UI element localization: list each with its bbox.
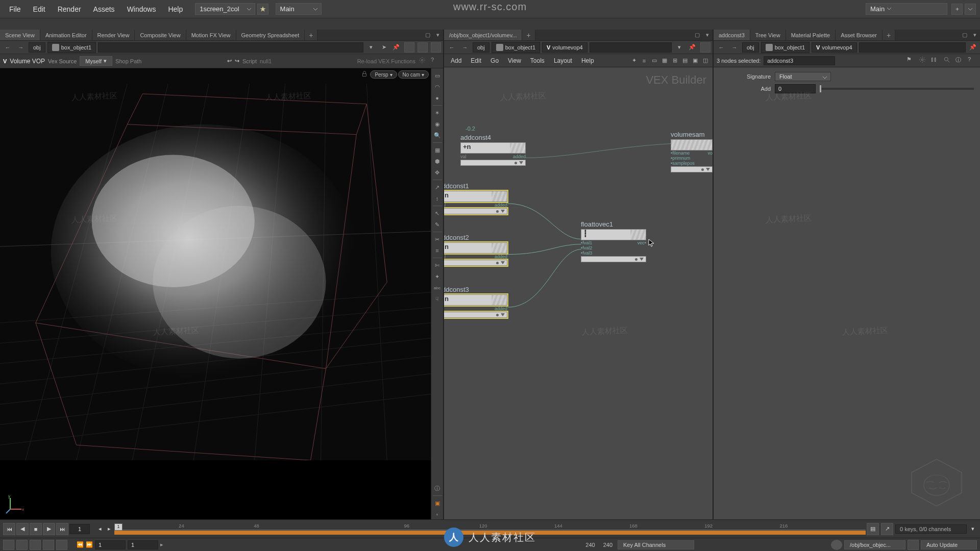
step-prev-icon[interactable]: ⏪: [77, 541, 84, 548]
netmenu-go[interactable]: Go: [486, 56, 503, 66]
path-root-obj[interactable]: obj: [742, 42, 759, 53]
tool-abc-icon[interactable]: abc: [432, 283, 443, 293]
step-next-icon[interactable]: ⏩: [86, 541, 93, 548]
nav-back-icon[interactable]: ←: [2, 42, 13, 53]
stop-button[interactable]: ■: [30, 523, 42, 535]
nav-back-icon[interactable]: ←: [446, 42, 457, 53]
node-addconst4[interactable]: -0.2 addconst4 +n valadded: [460, 134, 526, 166]
op-fwd-icon[interactable]: ↪: [235, 58, 239, 64]
tab-render-view[interactable]: Render View: [92, 30, 135, 40]
tool-magnet-icon[interactable]: ⬢: [432, 156, 443, 166]
tool-scissors-icon[interactable]: ✄: [432, 260, 443, 270]
tool-magnify-icon[interactable]: 🔍: [432, 130, 443, 140]
path-input[interactable]: [98, 42, 363, 53]
tool-draw-icon[interactable]: ✎: [432, 219, 443, 230]
chan-btn-1[interactable]: ▤: [867, 523, 879, 535]
search-icon[interactable]: [943, 56, 952, 65]
list-icon[interactable]: ≡: [639, 56, 649, 66]
pin-icon[interactable]: 📌: [968, 42, 978, 53]
add-value-field[interactable]: 0: [775, 84, 816, 93]
info-icon[interactable]: ⓘ: [432, 483, 443, 493]
right-main-dropdown[interactable]: Main: [866, 3, 947, 15]
menu-help[interactable]: Help: [163, 3, 188, 15]
tab-material-palette[interactable]: Material Palette: [786, 30, 836, 40]
pin-icon[interactable]: 📌: [687, 42, 697, 53]
tool-brush-icon[interactable]: ●: [432, 93, 443, 103]
tool-wand-icon[interactable]: ✦: [432, 271, 443, 282]
path-seg-box-object1[interactable]: box_object1: [492, 42, 540, 53]
tab-network-path[interactable]: /obj/box_object1/volumev...: [444, 30, 522, 40]
botbtn-4[interactable]: [43, 540, 54, 550]
help-icon[interactable]: ?: [968, 56, 977, 65]
tool-vert-icon[interactable]: ↕: [432, 193, 443, 204]
nav-fwd-icon[interactable]: →: [15, 42, 27, 53]
help-icon[interactable]: ?: [431, 57, 440, 66]
menu-assets[interactable]: Assets: [88, 3, 120, 15]
netmenu-layout[interactable]: Layout: [549, 56, 577, 66]
tab-animation-editor[interactable]: Animation Editor: [40, 30, 92, 40]
step-fwd-button[interactable]: ▸: [105, 523, 113, 535]
path-seg-box-object1[interactable]: box_object1: [761, 42, 810, 53]
node-name-field[interactable]: addconst3: [764, 56, 835, 65]
menubar-plus-icon[interactable]: ＋: [951, 4, 963, 15]
tab-tree-view[interactable]: Tree View: [750, 30, 786, 40]
tab-scene-view[interactable]: Scene View: [0, 30, 40, 40]
graph-icon[interactable]: ◫: [700, 56, 710, 66]
nocam-dropdown[interactable]: No cam▾: [398, 70, 429, 79]
netmenu-help[interactable]: Help: [577, 56, 599, 66]
script-link[interactable]: Script: [242, 58, 257, 64]
menu-edit[interactable]: Edit: [28, 3, 51, 15]
botbtn-2[interactable]: [16, 540, 28, 550]
tab-add[interactable]: +: [522, 30, 535, 40]
toolbar-btn-1[interactable]: [404, 42, 414, 53]
pane-menu-icon[interactable]: ▾: [433, 30, 443, 40]
menu-render[interactable]: Render: [53, 3, 86, 15]
nav-dropdown-icon[interactable]: ▾: [674, 42, 685, 53]
tab-geo-spreadsheet[interactable]: Geometry Spreadsheet: [236, 30, 305, 40]
tab-add[interactable]: +: [305, 30, 317, 40]
op-back-icon[interactable]: ↩: [227, 58, 232, 64]
current-frame-field[interactable]: 1: [69, 524, 90, 534]
shelf-star-icon[interactable]: [257, 4, 268, 15]
path-seg-volumevop4[interactable]: Vvolumevop4: [542, 42, 587, 53]
nav-fwd-icon[interactable]: →: [459, 42, 471, 53]
add-slider[interactable]: [820, 88, 974, 90]
play-fwd-button[interactable]: ▶: [43, 523, 55, 535]
shelf-menu-dropdown[interactable]: Main: [276, 3, 322, 15]
play-last-button[interactable]: ⏭: [56, 523, 68, 535]
netmenu-add[interactable]: Add: [446, 56, 466, 66]
gear-icon[interactable]: [919, 56, 928, 65]
pin-icon[interactable]: 📌: [391, 42, 401, 53]
tool-lasso-icon[interactable]: ◠: [432, 82, 443, 92]
path-input[interactable]: [590, 42, 672, 53]
network-canvas[interactable]: VEX Builder -0.2 addconst4 +n valadded d…: [444, 67, 713, 519]
follow-icon[interactable]: ➤: [379, 42, 389, 53]
box-icon[interactable]: ▭: [649, 56, 659, 66]
pane-menu-icon[interactable]: ▾: [702, 30, 713, 40]
signature-dropdown[interactable]: Float: [775, 72, 831, 81]
pane-maximize-icon[interactable]: ▢: [423, 30, 433, 40]
tool-lines-icon[interactable]: ≡: [432, 245, 443, 256]
step-back-button[interactable]: ◂: [96, 523, 104, 535]
tab-add[interactable]: +: [883, 30, 895, 40]
viewport-3d[interactable]: Persp▾ No cam▾ y x: [0, 68, 431, 519]
range-start-field[interactable]: 1: [95, 540, 126, 549]
menu-windows[interactable]: Windows: [122, 3, 161, 15]
tab-motionfx-view[interactable]: Motion FX View: [186, 30, 236, 40]
tool-snap-icon[interactable]: ✶: [432, 108, 443, 118]
botbtn-3[interactable]: [30, 540, 41, 550]
keys-info-dropdown[interactable]: 0 keys, 0/0 channels: [895, 524, 967, 534]
nav-dropdown-icon[interactable]: ▾: [365, 42, 377, 53]
chan-btn-2[interactable]: ↗: [881, 523, 893, 535]
path-btn[interactable]: [700, 42, 710, 53]
tool-click-icon[interactable]: ☟: [432, 294, 443, 304]
path-input[interactable]: [859, 42, 966, 53]
playhead[interactable]: 1: [114, 523, 122, 531]
netmenu-view[interactable]: View: [503, 56, 526, 66]
toolbar-btn-2[interactable]: [418, 42, 428, 53]
path-root-obj[interactable]: obj: [473, 42, 489, 53]
lock-icon[interactable]: [361, 70, 369, 79]
cook-indicator-icon[interactable]: [831, 540, 842, 550]
nav-back-icon[interactable]: ←: [716, 42, 727, 53]
pane-menu-icon[interactable]: ▾: [970, 30, 980, 40]
